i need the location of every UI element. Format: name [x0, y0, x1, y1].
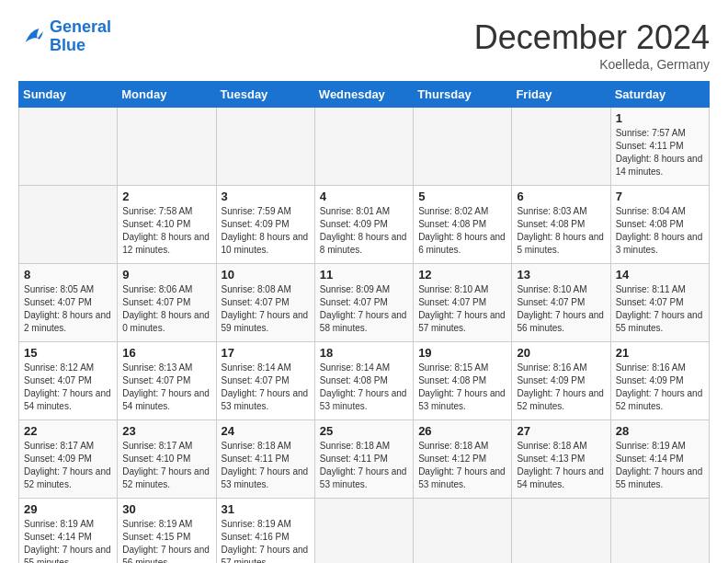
calendar-day-7: 7Sunrise: 8:04 AMSunset: 4:08 PMDaylight…	[610, 186, 709, 264]
calendar-day-31: 31Sunrise: 8:19 AMSunset: 4:16 PMDayligh…	[216, 499, 314, 564]
calendar-day-28: 28Sunrise: 8:19 AMSunset: 4:14 PMDayligh…	[610, 420, 709, 499]
calendar-day-24: 24Sunrise: 8:18 AMSunset: 4:11 PMDayligh…	[216, 420, 314, 499]
calendar-day-12: 12Sunrise: 8:10 AMSunset: 4:07 PMDayligh…	[414, 264, 512, 342]
logo-blue: Blue	[50, 36, 85, 54]
empty-cell	[512, 108, 610, 186]
calendar-week-0: 1Sunrise: 7:57 AMSunset: 4:11 PMDaylight…	[19, 108, 710, 186]
empty-cell	[118, 108, 216, 186]
calendar-day-8: 8Sunrise: 8:05 AMSunset: 4:07 PMDaylight…	[19, 264, 118, 342]
calendar-day-2: 2Sunrise: 7:58 AMSunset: 4:10 PMDaylight…	[118, 186, 216, 264]
logo: General Blue	[18, 18, 111, 55]
calendar-day-6: 6Sunrise: 8:03 AMSunset: 4:08 PMDaylight…	[512, 186, 610, 264]
calendar-week-2: 8Sunrise: 8:05 AMSunset: 4:07 PMDaylight…	[19, 264, 710, 342]
empty-cell	[414, 108, 512, 186]
logo-general: General	[50, 17, 111, 36]
empty-cell	[314, 499, 413, 564]
calendar-table: SundayMondayTuesdayWednesdayThursdayFrid…	[18, 81, 710, 563]
calendar-day-19: 19Sunrise: 8:15 AMSunset: 4:08 PMDayligh…	[414, 342, 512, 420]
empty-cell	[19, 108, 118, 186]
empty-cell	[512, 499, 610, 564]
header-friday: Friday	[512, 82, 610, 108]
calendar-day-29: 29Sunrise: 8:19 AMSunset: 4:14 PMDayligh…	[19, 499, 118, 564]
calendar-day-1: 1Sunrise: 7:57 AMSunset: 4:11 PMDaylight…	[610, 108, 709, 186]
calendar-day-23: 23Sunrise: 8:17 AMSunset: 4:10 PMDayligh…	[118, 420, 216, 499]
calendar-day-15: 15Sunrise: 8:12 AMSunset: 4:07 PMDayligh…	[19, 342, 118, 420]
empty-cell	[414, 499, 512, 564]
empty-cell	[216, 108, 314, 186]
calendar-header-row: SundayMondayTuesdayWednesdayThursdayFrid…	[19, 82, 710, 108]
calendar-day-5: 5Sunrise: 8:02 AMSunset: 4:08 PMDaylight…	[414, 186, 512, 264]
calendar-day-25: 25Sunrise: 8:18 AMSunset: 4:11 PMDayligh…	[314, 420, 413, 499]
calendar-day-3: 3Sunrise: 7:59 AMSunset: 4:09 PMDaylight…	[216, 186, 314, 264]
calendar-day-26: 26Sunrise: 8:18 AMSunset: 4:12 PMDayligh…	[414, 420, 512, 499]
calendar-day-4: 4Sunrise: 8:01 AMSunset: 4:09 PMDaylight…	[314, 186, 413, 264]
calendar-week-1: 2Sunrise: 7:58 AMSunset: 4:10 PMDaylight…	[19, 186, 710, 264]
calendar-day-18: 18Sunrise: 8:14 AMSunset: 4:08 PMDayligh…	[314, 342, 413, 420]
calendar-day-13: 13Sunrise: 8:10 AMSunset: 4:07 PMDayligh…	[512, 264, 610, 342]
calendar-day-27: 27Sunrise: 8:18 AMSunset: 4:13 PMDayligh…	[512, 420, 610, 499]
header-tuesday: Tuesday	[216, 82, 314, 108]
calendar-day-17: 17Sunrise: 8:14 AMSunset: 4:07 PMDayligh…	[216, 342, 314, 420]
header-saturday: Saturday	[610, 82, 709, 108]
calendar-day-10: 10Sunrise: 8:08 AMSunset: 4:07 PMDayligh…	[216, 264, 314, 342]
calendar-day-9: 9Sunrise: 8:06 AMSunset: 4:07 PMDaylight…	[118, 264, 216, 342]
header-thursday: Thursday	[414, 82, 512, 108]
calendar-week-5: 29Sunrise: 8:19 AMSunset: 4:14 PMDayligh…	[19, 499, 710, 564]
calendar-day-16: 16Sunrise: 8:13 AMSunset: 4:07 PMDayligh…	[118, 342, 216, 420]
title-block: December 2024 Koelleda, Germany	[474, 18, 710, 72]
header-monday: Monday	[118, 82, 216, 108]
header-sunday: Sunday	[19, 82, 118, 108]
page-header: General Blue December 2024 Koelleda, Ger…	[18, 18, 710, 72]
empty-cell	[610, 499, 709, 564]
calendar-day-20: 20Sunrise: 8:16 AMSunset: 4:09 PMDayligh…	[512, 342, 610, 420]
empty-cell	[19, 186, 118, 264]
calendar-day-30: 30Sunrise: 8:19 AMSunset: 4:15 PMDayligh…	[118, 499, 216, 564]
empty-cell	[314, 108, 413, 186]
logo-icon	[18, 23, 46, 51]
calendar-day-11: 11Sunrise: 8:09 AMSunset: 4:07 PMDayligh…	[314, 264, 413, 342]
month-title: December 2024	[474, 18, 710, 57]
calendar-day-21: 21Sunrise: 8:16 AMSunset: 4:09 PMDayligh…	[610, 342, 709, 420]
calendar-day-14: 14Sunrise: 8:11 AMSunset: 4:07 PMDayligh…	[610, 264, 709, 342]
location-subtitle: Koelleda, Germany	[474, 57, 710, 72]
header-wednesday: Wednesday	[314, 82, 413, 108]
calendar-week-4: 22Sunrise: 8:17 AMSunset: 4:09 PMDayligh…	[19, 420, 710, 499]
calendar-day-22: 22Sunrise: 8:17 AMSunset: 4:09 PMDayligh…	[19, 420, 118, 499]
calendar-week-3: 15Sunrise: 8:12 AMSunset: 4:07 PMDayligh…	[19, 342, 710, 420]
